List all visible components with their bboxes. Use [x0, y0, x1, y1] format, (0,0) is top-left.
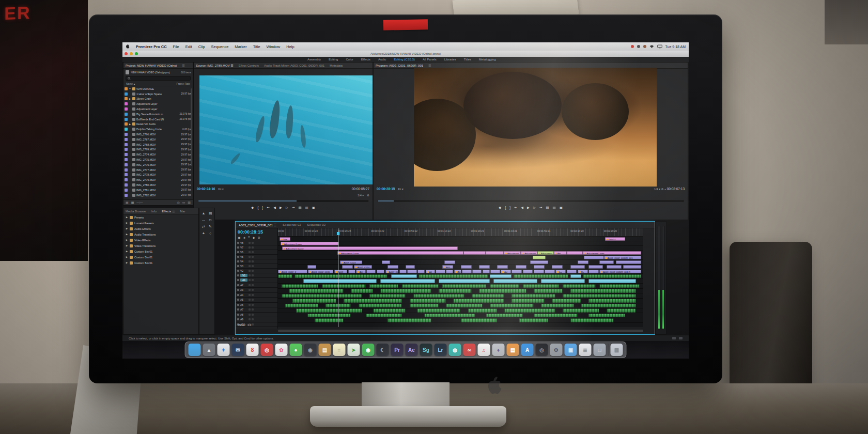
- track-v2[interactable]: A007_C024A00: [278, 265, 643, 269]
- dock-trash-icon[interactable]: ▥: [611, 344, 623, 356]
- project-scrollbar[interactable]: [191, 88, 192, 166]
- project-row[interactable]: IMG_2766.MOV29.97 fps: [123, 132, 193, 137]
- workspace-tab-assembly[interactable]: Assembly: [307, 58, 321, 61]
- track-toggle[interactable]: [249, 256, 251, 258]
- twirl-icon[interactable]: ▶: [129, 123, 131, 126]
- track-toggle[interactable]: [249, 260, 251, 262]
- project-row[interactable]: IMG_2768.MOV29.97 fps: [123, 142, 193, 147]
- track-toggle[interactable]: [252, 256, 254, 258]
- track-v5[interactable]: Adjustment LayerAdjustmentAdjustmentAdju…: [278, 251, 643, 255]
- track-lock-icon[interactable]: [237, 294, 239, 296]
- track-toggle[interactable]: [252, 274, 254, 276]
- timeline-clip[interactable]: [570, 265, 585, 269]
- timeline-clip[interactable]: [322, 284, 366, 288]
- timeline-clip[interactable]: [462, 270, 471, 273]
- timeline-clip[interactable]: [282, 284, 318, 288]
- step-back-button[interactable]: ◀: [273, 206, 276, 210]
- menu-item-edit[interactable]: Edit: [182, 44, 195, 49]
- timeline-clip[interactable]: [490, 304, 534, 308]
- timeline-clip[interactable]: Adjustment Layer: [583, 251, 641, 255]
- workspace-tab-titles[interactable]: Titles: [464, 58, 471, 61]
- track-header-a5[interactable]: A5: [236, 298, 277, 303]
- razor-tool-icon[interactable]: ✂: [208, 218, 213, 223]
- track-name[interactable]: V5: [240, 255, 247, 258]
- wifi-icon[interactable]: [649, 44, 654, 49]
- track-toggle[interactable]: [249, 265, 251, 267]
- track-header-v6[interactable]: V6: [236, 250, 277, 255]
- track-header-v5[interactable]: V5: [236, 255, 277, 259]
- timeline-clip[interactable]: A00: [442, 265, 453, 269]
- timeline-clip[interactable]: [472, 294, 505, 298]
- timeline-clip[interactable]: [444, 260, 455, 264]
- column-frame-rate[interactable]: Frame Rate: [177, 82, 190, 85]
- menu-extra-red-icon[interactable]: [631, 45, 634, 48]
- timeline-clip[interactable]: [391, 274, 416, 278]
- timeline-clip[interactable]: [519, 318, 549, 322]
- dock-folder-icon[interactable]: □: [594, 344, 606, 356]
- project-row[interactable]: IMG_2776.MOV29.97 fps: [123, 162, 193, 167]
- tab-program[interactable]: Program: A003_C001_0630R_001: [376, 64, 423, 67]
- project-row[interactable]: Adjustment Layer: [123, 106, 193, 112]
- dock-messages-icon[interactable]: ●: [290, 344, 302, 356]
- timeline-clip[interactable]: [514, 274, 568, 278]
- label-color-chip[interactable]: [125, 189, 128, 192]
- dock-safari-icon[interactable]: ✦: [218, 344, 230, 356]
- timeline-clip[interactable]: [523, 284, 560, 288]
- twirl-icon[interactable]: ▶: [126, 216, 128, 219]
- timeline-clip[interactable]: [315, 318, 344, 322]
- add-marker-button[interactable]: ◆: [253, 236, 255, 239]
- track-toggle[interactable]: [249, 308, 251, 311]
- timeline-clip[interactable]: [366, 314, 402, 318]
- track-header-v1[interactable]: V1: [236, 273, 277, 278]
- dock-mail-icon[interactable]: ✉: [232, 344, 244, 356]
- timeline-clip[interactable]: [461, 265, 472, 269]
- timeline-tab-sequence-03[interactable]: Sequence 03: [307, 223, 325, 226]
- track-name[interactable]: A9: [240, 318, 247, 321]
- track-lock-icon[interactable]: [237, 260, 239, 262]
- new-item-icon[interactable]: ▥: [188, 201, 191, 204]
- label-color-chip[interactable]: [125, 153, 128, 156]
- dock-reminders-icon[interactable]: ◎: [261, 344, 273, 356]
- menu-item-title[interactable]: Title: [250, 44, 264, 49]
- menu-item-window[interactable]: Window: [264, 44, 284, 49]
- timeline-clip[interactable]: A0: [454, 270, 461, 273]
- track-toggle[interactable]: [249, 242, 251, 244]
- lift-button[interactable]: ▤: [546, 206, 549, 210]
- timeline-clip[interactable]: [570, 289, 636, 293]
- track-a9[interactable]: [278, 313, 643, 318]
- new-bin-icon[interactable]: ▭: [182, 201, 185, 204]
- menu-item-marker[interactable]: Marker: [231, 44, 250, 49]
- timeline-clip[interactable]: [512, 299, 545, 303]
- twirl-icon[interactable]: ▶: [126, 261, 128, 264]
- source-scrubber[interactable]: [198, 200, 368, 202]
- track-header-v3[interactable]: V3: [236, 264, 277, 269]
- effects-bin-row[interactable]: ▶Audio Transitions: [123, 231, 198, 237]
- track-lock-icon[interactable]: [237, 314, 239, 316]
- track-lock-icon[interactable]: [237, 318, 239, 320]
- dock-after-effects-icon[interactable]: Ae: [406, 344, 418, 356]
- project-row[interactable]: ▶Derek VO Audio: [123, 122, 193, 127]
- timeline-clip[interactable]: A007_C034: [385, 270, 398, 273]
- project-row[interactable]: IMG_2769.MOV29.97 fps: [123, 147, 193, 152]
- timeline-clip[interactable]: [472, 270, 482, 273]
- timeline-clip[interactable]: [479, 289, 526, 293]
- track-toggle[interactable]: [249, 284, 251, 286]
- timeline-clip[interactable]: [369, 294, 406, 298]
- label-color-chip[interactable]: [125, 158, 128, 161]
- timeline-clip[interactable]: A007_C024: [340, 260, 362, 264]
- column-name[interactable]: Name ▴: [126, 82, 135, 85]
- label-color-chip[interactable]: [125, 143, 128, 146]
- timeline-clip[interactable]: [623, 265, 641, 269]
- tab-effects[interactable]: Effects ☰: [162, 209, 175, 213]
- panel-menu-icon[interactable]: ☰: [428, 64, 431, 67]
- track-toggle[interactable]: [252, 318, 254, 320]
- program-zoom-select[interactable]: 1/4 ▾ ⚙ +: [654, 188, 667, 191]
- dock-camera-lens-icon[interactable]: ◎: [536, 344, 548, 356]
- track-a10[interactable]: [278, 318, 643, 323]
- track-name[interactable]: A2: [240, 284, 247, 287]
- track-toggle[interactable]: [249, 274, 251, 276]
- timeline-tab-a003-c001-0630r-001[interactable]: A003_C001_0630R_001 ☰: [239, 223, 276, 227]
- track-lock-icon[interactable]: [237, 256, 239, 258]
- track-lock-icon[interactable]: [237, 279, 239, 281]
- hand-tool-icon[interactable]: ✦: [201, 231, 206, 236]
